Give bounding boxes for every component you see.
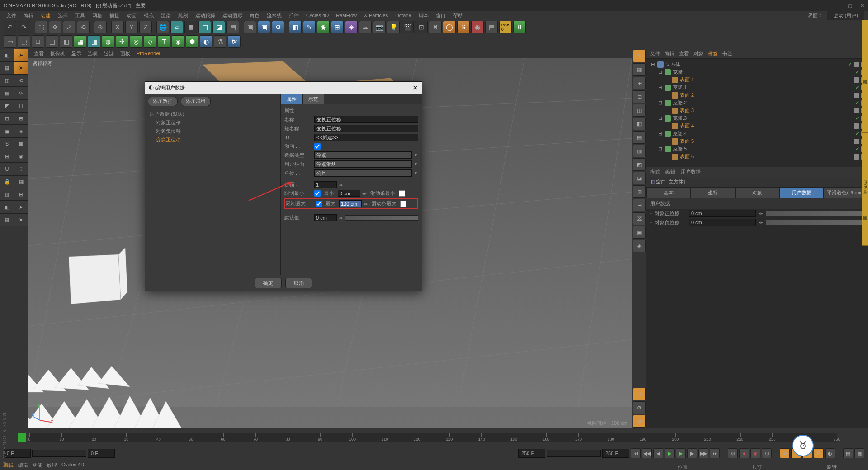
- tree-expand-icon[interactable]: ⊟: [657, 146, 663, 152]
- dialog-cancel-button[interactable]: 取消: [285, 278, 312, 288]
- main-menu-文件[interactable]: 文件: [4, 11, 19, 20]
- tree-row[interactable]: ⊟克隆.5✔: [648, 145, 866, 153]
- rt-btn-9[interactable]: ◪: [633, 172, 646, 184]
- step-back-button[interactable]: ◀◀: [642, 448, 652, 458]
- rt-cube-gear-button[interactable]: ⚙: [633, 415, 646, 428]
- psr-button[interactable]: PSR0: [499, 21, 512, 33]
- scale-tool[interactable]: ⤢: [63, 21, 75, 33]
- attr-slider[interactable]: [766, 211, 864, 216]
- tb2-13[interactable]: ◉: [172, 35, 184, 48]
- tree-item-label[interactable]: 克隆.5: [673, 146, 687, 152]
- pb-extra2[interactable]: ▦: [854, 448, 864, 458]
- tree-expand-icon[interactable]: ⊟: [657, 115, 663, 121]
- attr-menu-编辑[interactable]: 编辑: [665, 169, 675, 175]
- visibility-check-icon[interactable]: ✔: [855, 146, 859, 151]
- tree-expand-icon[interactable]: ⊟: [657, 100, 663, 106]
- object-tag-icon[interactable]: [854, 154, 859, 160]
- left-tool-8-1[interactable]: ◉: [14, 150, 28, 163]
- axis-z-button[interactable]: Z: [139, 21, 152, 33]
- left-tool-12-0[interactable]: ◧: [0, 201, 14, 213]
- rt-btn-5[interactable]: ◧: [633, 118, 646, 130]
- rt-btn-1[interactable]: ▦: [633, 63, 646, 76]
- om-tab-对象[interactable]: 对象: [693, 50, 703, 57]
- realflow-button[interactable]: ◉: [471, 21, 484, 33]
- vp-menu-面板[interactable]: 面板: [118, 49, 132, 58]
- tb2-14[interactable]: ⬢: [186, 35, 198, 48]
- left-tool-0-1[interactable]: ➤: [14, 49, 28, 61]
- primitive-other3-button[interactable]: ◪: [212, 21, 225, 33]
- main-menu-插件[interactable]: 插件: [286, 11, 302, 20]
- move-tool[interactable]: ✥: [49, 21, 61, 33]
- object-tree[interactable]: ⊟立方体✔⊟克隆✔表面 1⊟克隆.1✔表面 2⊟克隆.2✔表面 3⊟克隆.3✔表…: [646, 59, 868, 167]
- tree-item-label[interactable]: 表面 5: [680, 138, 694, 145]
- goto-end-button[interactable]: ⏭: [710, 448, 720, 458]
- object-tag-icon[interactable]: [854, 108, 859, 113]
- tree-item-label[interactable]: 立方体: [665, 61, 680, 68]
- rt-btn-2[interactable]: ⊞: [633, 77, 646, 89]
- environment-button[interactable]: ☁: [359, 21, 372, 33]
- primitive-other2-button[interactable]: ◫: [198, 21, 211, 33]
- visibility-check-icon[interactable]: ✔: [855, 116, 859, 121]
- tb2-03[interactable]: ⊡: [32, 35, 44, 48]
- max-input[interactable]: [339, 200, 362, 207]
- slider-max-checkbox[interactable]: [400, 201, 406, 207]
- main-menu-选择[interactable]: 选择: [55, 11, 71, 20]
- rt-btn-13[interactable]: ▣: [633, 226, 646, 239]
- default-slider[interactable]: [345, 215, 418, 221]
- vp-menu-ProRender[interactable]: ProRender: [134, 50, 163, 57]
- rt-btn-14[interactable]: ◈: [633, 240, 646, 252]
- left-tool-0-0[interactable]: ◧: [0, 49, 14, 61]
- rt-edit-icon[interactable]: ✎: [633, 50, 646, 62]
- main-menu-工具[interactable]: 工具: [72, 11, 88, 20]
- tree-row[interactable]: ⊟克隆.1✔: [648, 84, 866, 91]
- add-data-button[interactable]: 添加数据: [148, 97, 178, 106]
- rt-gear-button[interactable]: ⚙: [633, 401, 646, 414]
- left-tool-5-0[interactable]: ⊡: [0, 112, 14, 125]
- pen-tool-button[interactable]: ✎: [303, 21, 316, 33]
- cube-primitive-button[interactable]: ◧: [289, 21, 302, 33]
- min-input[interactable]: [338, 190, 360, 197]
- attr-value-input[interactable]: [689, 210, 756, 217]
- playback-slider-right[interactable]: [547, 450, 601, 457]
- spinner-icon[interactable]: ◂▸: [339, 183, 343, 187]
- tb2-08[interactable]: ◍: [102, 35, 114, 48]
- limit-max-checkbox[interactable]: [316, 201, 322, 207]
- tree-item-label[interactable]: 表面 3: [680, 107, 694, 114]
- dialog-tab-attr[interactable]: 属性: [281, 94, 302, 104]
- left-tool-2-0[interactable]: ◫: [0, 74, 14, 87]
- mat-menu-4[interactable]: Cycles 4D: [61, 462, 84, 469]
- xparticles-button[interactable]: ✖: [429, 21, 442, 33]
- main-menu-RealFlow[interactable]: RealFlow: [333, 12, 359, 19]
- tb2-01[interactable]: ▭: [4, 35, 16, 48]
- main-menu-流水线[interactable]: 流水线: [264, 11, 284, 20]
- tb2-07[interactable]: ▥: [88, 35, 100, 48]
- main-menu-动画[interactable]: 动画: [124, 11, 139, 20]
- rotate-tool[interactable]: ⟲: [77, 21, 90, 33]
- tree-expand-icon[interactable]: ⊟: [657, 131, 663, 136]
- left-tool-7-0[interactable]: S: [0, 137, 14, 150]
- key-options-button[interactable]: ⊙: [762, 448, 772, 458]
- main-menu-网格[interactable]: 网格: [90, 11, 105, 20]
- left-tool-4-1[interactable]: H: [14, 99, 28, 112]
- range-start-input[interactable]: [88, 449, 115, 458]
- om-tab-书签[interactable]: 书签: [722, 50, 732, 57]
- tb2-02[interactable]: ⬚: [18, 35, 30, 48]
- left-tool-3-1[interactable]: ⟳: [14, 87, 28, 99]
- camera-button[interactable]: 📷: [373, 21, 386, 33]
- play-back-button[interactable]: ▶: [665, 448, 675, 458]
- left-tool-4-0[interactable]: ◩: [0, 99, 14, 112]
- axis-widget-icon[interactable]: x y z: [32, 403, 53, 425]
- mat-menu-1[interactable]: 编辑: [18, 462, 28, 469]
- id-input[interactable]: [314, 134, 418, 141]
- vp-menu-选项[interactable]: 选项: [85, 49, 100, 58]
- keyframe-none-icon[interactable]: ⊘: [728, 448, 738, 458]
- tree-item-label[interactable]: 克隆.4: [673, 130, 687, 137]
- visibility-check-icon[interactable]: ✔: [855, 85, 859, 90]
- tree-item-label[interactable]: 表面 4: [680, 122, 694, 129]
- main-menu-渲染[interactable]: 渲染: [158, 11, 174, 20]
- timeline-playhead-icon[interactable]: [18, 433, 26, 442]
- vp-menu-过滤[interactable]: 过滤: [102, 49, 116, 58]
- tree-row[interactable]: ⊟克隆.3✔: [648, 114, 866, 122]
- datatype-dropdown[interactable]: [314, 151, 412, 159]
- left-tool-12-1[interactable]: ➤: [14, 201, 28, 213]
